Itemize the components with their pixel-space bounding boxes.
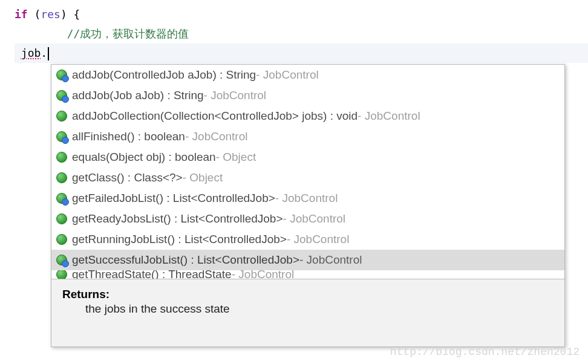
code-line-current[interactable]: job. <box>15 44 588 63</box>
method-inherited-icon <box>56 193 67 204</box>
method-signature: getReadyJobsList() : List<ControlledJob> <box>72 211 283 227</box>
method-declaring-class: - JobControl <box>256 67 319 83</box>
method-signature: getSuccessfulJobList() : List<Controlled… <box>72 252 299 268</box>
method-public-icon <box>56 234 67 245</box>
method-declaring-class: - Object <box>183 170 223 186</box>
method-declaring-class: - JobControl <box>185 129 248 145</box>
indent <box>15 27 67 40</box>
identifier-job: job <box>21 47 41 59</box>
method-signature: getRunningJobList() : List<ControlledJob… <box>72 232 287 247</box>
method-public-icon <box>56 213 67 224</box>
method-declaring-class: - JobControl <box>287 232 350 247</box>
suggestion-item[interactable]: getThreadState() : ThreadState - JobCont… <box>51 270 564 279</box>
suggestion-item[interactable]: equals(Object obj) : boolean - Object <box>51 147 564 167</box>
javadoc-panel: Returns: the jobs in the success state <box>51 279 564 346</box>
suggestion-item[interactable]: getSuccessfulJobList() : List<Controlled… <box>51 250 564 270</box>
method-declaring-class: - Object <box>216 149 256 165</box>
suggestion-item[interactable]: addJobCollection(Collection<ControlledJo… <box>51 106 564 126</box>
code-line-1[interactable]: if (res) { <box>15 5 588 24</box>
suggestion-list[interactable]: addJob(ControlledJob aJob) : String - Jo… <box>51 65 564 279</box>
suggestion-item[interactable]: allFinished() : boolean - JobControl <box>51 126 564 147</box>
method-public-icon <box>56 111 67 122</box>
method-declaring-class: - JobControl <box>275 190 338 206</box>
method-signature: equals(Object obj) : boolean <box>72 149 216 165</box>
method-public-icon <box>56 270 67 279</box>
identifier-res: res <box>41 8 60 21</box>
method-signature: getFailedJobList() : List<ControlledJob> <box>72 190 275 206</box>
suggestion-item[interactable]: getRunningJobList() : List<ControlledJob… <box>51 229 564 250</box>
code-editor[interactable]: if (res) { //成功，获取计数器的值 job. <box>0 0 588 63</box>
method-public-icon <box>56 172 67 183</box>
suggestion-item[interactable]: getReadyJobsList() : List<ControlledJob>… <box>51 209 564 229</box>
comment: //成功，获取计数器的值 <box>67 27 189 40</box>
method-public-icon <box>56 152 67 163</box>
method-inherited-icon <box>56 70 67 80</box>
open-brace: { <box>74 8 80 21</box>
suggestion-item[interactable]: getClass() : Class<?> - Object <box>51 167 564 188</box>
indent <box>15 47 21 59</box>
method-signature: getClass() : Class<?> <box>72 170 183 186</box>
autocomplete-popup[interactable]: addJob(ControlledJob aJob) : String - Jo… <box>51 64 565 347</box>
method-signature: addJobCollection(Collection<ControlledJo… <box>72 108 358 124</box>
method-declaring-class: - JobControl <box>232 270 295 279</box>
code-line-2[interactable]: //成功，获取计数器的值 <box>15 24 588 44</box>
suggestion-item[interactable]: addJob(Job aJob) : String - JobControl <box>51 85 564 106</box>
method-declaring-class: - JobControl <box>358 108 420 124</box>
method-signature: getThreadState() : ThreadState <box>72 270 232 279</box>
method-signature: addJob(ControlledJob aJob) : String <box>72 67 256 83</box>
method-signature: addJob(Job aJob) : String <box>72 88 204 103</box>
method-inherited-icon <box>56 90 67 101</box>
dot: . <box>41 47 47 59</box>
method-declaring-class: - JobControl <box>204 88 267 103</box>
watermark: http://blog.csdn.net/zhen2012 <box>390 346 580 358</box>
javadoc-heading: Returns: <box>62 288 554 301</box>
suggestion-item[interactable]: getFailedJobList() : List<ControlledJob>… <box>51 188 564 209</box>
close-paren: ) <box>60 8 74 21</box>
method-inherited-icon <box>56 255 67 265</box>
method-inherited-icon <box>56 131 67 142</box>
suggestion-item[interactable]: addJob(ControlledJob aJob) : String - Jo… <box>51 65 564 85</box>
open-paren: ( <box>28 8 41 21</box>
method-declaring-class: - JobControl <box>283 211 346 227</box>
keyword-if: if <box>15 8 28 21</box>
method-signature: allFinished() : boolean <box>72 129 185 145</box>
javadoc-text: the jobs in the success state <box>62 301 554 316</box>
text-cursor <box>48 47 49 60</box>
method-declaring-class: - JobControl <box>299 252 362 268</box>
